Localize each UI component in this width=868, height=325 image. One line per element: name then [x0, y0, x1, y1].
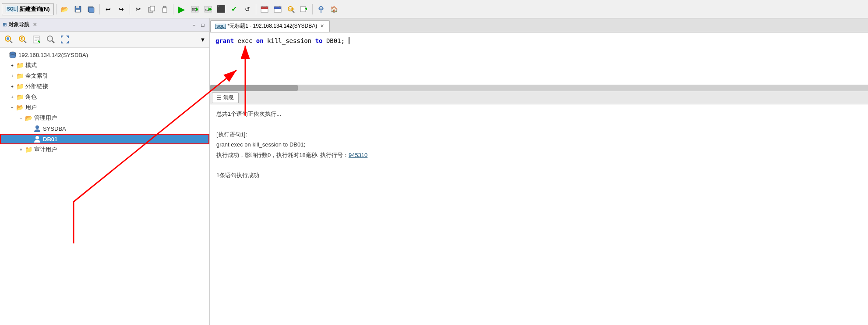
editor-scrollbar[interactable] — [210, 85, 868, 91]
tree-root-node[interactable]: − 192.168.134.142(SYSDBA) — [0, 50, 209, 60]
run-all-button[interactable]: SQL — [202, 3, 214, 15]
nav-dropdown-button[interactable]: ▼ — [199, 33, 207, 46]
panel-header-actions: − □ — [190, 21, 207, 29]
tree-toggle-audit[interactable]: + — [18, 146, 25, 153]
run-button[interactable]: ▶ — [176, 3, 188, 15]
svg-marker-51 — [61, 41, 64, 43]
svg-marker-52 — [66, 41, 69, 43]
tree-toggle-root[interactable]: − — [2, 51, 9, 58]
editor-tab[interactable]: SQL *无标题1 - 192.168.134.142(SYSDBA) ✕ — [210, 20, 330, 32]
paste-button[interactable] — [159, 3, 171, 15]
tree-extlink-label: 外部链接 — [25, 82, 48, 90]
folder-open-button[interactable]: 📂 — [59, 3, 71, 15]
export-button[interactable] — [298, 3, 310, 15]
result-tab-label: 消息 — [223, 94, 234, 101]
tree-toggle-admin[interactable]: − — [18, 114, 25, 121]
scrollbar-thumb[interactable] — [210, 85, 298, 91]
right-panel: SQL *无标题1 - 192.168.134.142(SYSDBA) ✕ gr… — [210, 18, 868, 325]
minimize-panel-button[interactable]: − — [190, 21, 198, 29]
result-line-5: 执行成功，影响行数0，执行耗时18毫秒. 执行行号：945310 — [216, 150, 862, 160]
tree-sysdba-node[interactable]: + SYSDBA — [0, 123, 209, 134]
exec-ref-link[interactable]: 945310 — [349, 152, 367, 158]
nav-refresh-button[interactable]: ↺ — [17, 33, 29, 46]
nav-toolbar: ↺ ▼ — [0, 32, 209, 48]
tree-user-folder-node[interactable]: − 📂 用户 — [0, 102, 209, 113]
sep-6 — [312, 4, 313, 14]
svg-line-25 — [292, 11, 294, 13]
tree-db01-node[interactable]: + DB01 — [0, 134, 209, 144]
result-exec-success-text: 执行成功，影响行数0，执行耗时18毫秒. 执行行号： — [216, 152, 349, 158]
main-container: ⊞ 对象导航 ✕ − □ ↺ — [0, 18, 868, 325]
tree-toggle-users[interactable]: − — [9, 104, 16, 111]
nav-expand-button[interactable] — [59, 33, 71, 46]
svg-point-34 — [320, 7, 322, 9]
calendar2-button[interactable] — [272, 3, 284, 15]
user-icon-sysdba — [33, 125, 41, 132]
tree-schema-node[interactable]: + 📁 模式 — [0, 60, 209, 71]
tree-toggle-fulltext[interactable]: + — [9, 72, 16, 79]
calendar-button[interactable] — [258, 3, 271, 15]
svg-line-48 — [52, 41, 54, 43]
redo-button[interactable]: ↪ — [115, 3, 127, 15]
sql-code: grant exec on kill_session to DB01; — [215, 37, 349, 44]
nav-search-button[interactable] — [3, 33, 15, 46]
svg-marker-50 — [66, 36, 69, 38]
sql-icon: SQL — [6, 6, 18, 12]
run-selection-button[interactable]: SQL — [189, 3, 201, 15]
user-icon-db01 — [33, 135, 41, 143]
svg-text:↺: ↺ — [21, 38, 23, 41]
save-button[interactable] — [72, 3, 84, 15]
keyword-to: to — [315, 37, 323, 44]
stop-button[interactable]: ⬛ — [215, 3, 227, 15]
tree-toggle-schema[interactable]: + — [9, 62, 16, 69]
svg-rect-2 — [76, 10, 80, 12]
svg-rect-27 — [300, 7, 306, 12]
tree-admin-users-node[interactable]: − 📂 管理用户 — [0, 113, 209, 123]
tree-fulltext-node[interactable]: + 📁 全文索引 — [0, 71, 209, 81]
sql-editor[interactable]: grant exec on kill_session to DB01; — [210, 32, 868, 85]
nav-edit-button[interactable] — [31, 33, 43, 46]
svg-line-40 — [24, 41, 26, 43]
folder-icon-audit: 📁 — [25, 146, 32, 154]
svg-rect-4 — [89, 7, 94, 13]
nav-find-button[interactable] — [45, 33, 57, 46]
folder-icon-schema: 📁 — [16, 61, 24, 69]
svg-point-56 — [35, 136, 39, 139]
sep-3 — [130, 4, 130, 14]
tree-root-label: 192.168.134.142(SYSDBA) — [18, 52, 88, 58]
tree-role-node[interactable]: + 📁 角色 — [0, 92, 209, 102]
keyword-on: on — [256, 37, 264, 44]
save-copy-button[interactable] — [85, 3, 97, 15]
check-button[interactable]: ✔ — [228, 3, 240, 15]
home-button[interactable]: 🏠 — [328, 3, 340, 15]
svg-rect-8 — [163, 6, 166, 8]
tree-toggle-extlink[interactable]: + — [9, 83, 16, 90]
tree-sysdba-label: SYSDBA — [43, 125, 66, 132]
cut-button[interactable]: ✂ — [132, 3, 145, 15]
search-db-button[interactable]: SQL — [285, 3, 297, 15]
tree-fulltext-label: 全文索引 — [25, 72, 48, 80]
left-panel: ⊞ 对象导航 ✕ − □ ↺ — [0, 18, 210, 325]
tree-extlink-node[interactable]: + 📁 外部链接 — [0, 81, 209, 92]
main-toolbar: SQL 新建查询(N) 📂 ↩ ↪ ✂ ▶ SQL SQL ⬛ ✔ ↺ SQL — [0, 0, 868, 18]
maximize-panel-button[interactable]: □ — [199, 21, 207, 29]
svg-rect-17 — [261, 7, 268, 9]
tree-toggle-role[interactable]: + — [9, 93, 16, 100]
result-tab-icon: ☰ — [217, 95, 222, 101]
panel-close-x[interactable]: ✕ — [33, 22, 37, 28]
object-tree: − 192.168.134.142(SYSDBA) + 📁 模式 + 📁 全文索… — [0, 48, 209, 325]
copy-button[interactable] — [145, 3, 158, 15]
refresh-button[interactable]: ↺ — [241, 3, 254, 15]
svg-point-53 — [10, 52, 16, 54]
undo-button[interactable]: ↩ — [102, 3, 114, 15]
panel-title-text: 对象导航 — [8, 21, 29, 29]
folder-icon-role: 📁 — [16, 93, 24, 101]
svg-point-36 — [7, 37, 9, 40]
keyword-grant: grant — [215, 37, 234, 44]
result-messages-tab[interactable]: ☰ 消息 — [212, 92, 239, 103]
svg-point-47 — [47, 36, 53, 41]
tree-audit-users-node[interactable]: + 📁 审计用户 — [0, 144, 209, 155]
debug-button[interactable] — [315, 3, 327, 15]
tab-close-button[interactable]: ✕ — [319, 23, 325, 29]
new-query-button[interactable]: SQL 新建查询(N) — [2, 3, 54, 15]
